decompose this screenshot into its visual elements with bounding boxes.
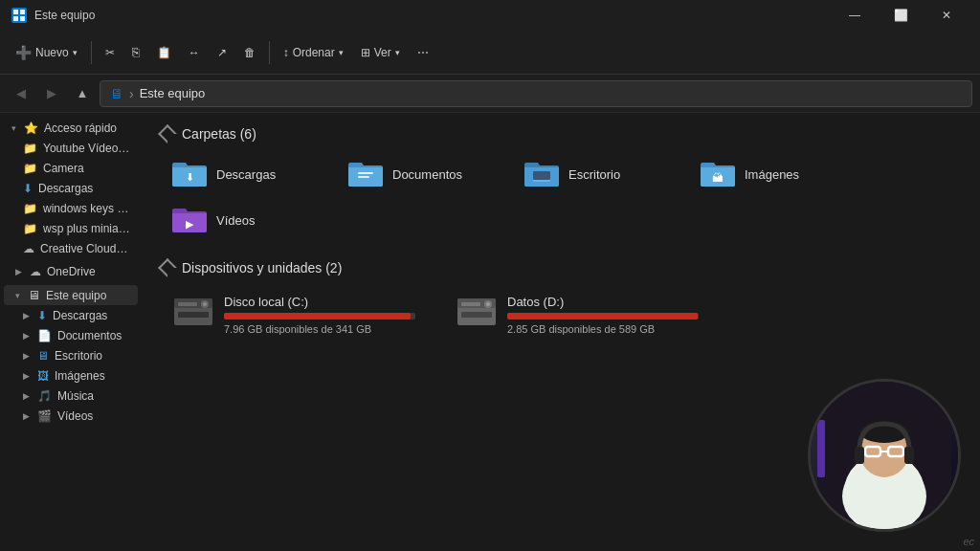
cut-icon: ✂	[105, 46, 115, 59]
view-button[interactable]: ⊞ Ver ▾	[353, 41, 408, 64]
sidebar-label-musica: Música	[57, 389, 94, 403]
forward-button[interactable]: ▶	[38, 80, 65, 107]
svg-rect-3	[20, 16, 25, 21]
folder-videos[interactable]: ▶ Vídeos	[161, 199, 333, 241]
devices-section: Dispositivos y unidades (2)	[161, 260, 961, 342]
share-button[interactable]: ↗	[210, 41, 234, 64]
sidebar-item-este-equipo[interactable]: ▾ 🖥 Este equipo	[4, 285, 138, 305]
devices-section-title: Dispositivos y unidades (2)	[161, 260, 961, 276]
view-icon: ⊞	[361, 46, 370, 59]
sort-button[interactable]: ↕ Ordenar ▾	[276, 41, 351, 64]
svg-text:⬇: ⬇	[186, 171, 194, 183]
sidebar-item-musica[interactable]: ▶ 🎵 Música	[4, 386, 138, 406]
sidebar-label-creative-cloud: Creative Cloud Files	[40, 242, 130, 255]
paste-icon: 📋	[157, 46, 171, 59]
folder-name-videos: Vídeos	[216, 213, 255, 228]
sidebar-label-este-equipo: Este equipo	[46, 289, 106, 302]
computer-icon: 🖥	[28, 288, 40, 302]
paste-button[interactable]: 📋	[149, 41, 179, 64]
folder-name-descargas: Descargas	[216, 167, 276, 182]
hdd-icon-c	[172, 295, 214, 329]
folder-descargas[interactable]: ⬇ Descargas	[161, 153, 333, 195]
back-button[interactable]: ◀	[8, 80, 34, 107]
sidebar-item-descargas[interactable]: ▶ ⬇ Descargas	[4, 306, 138, 325]
svg-rect-6	[358, 176, 369, 178]
folder-documentos[interactable]: Documentos	[337, 153, 509, 195]
new-label: Nuevo	[35, 46, 69, 59]
device-d-bar-bg	[507, 313, 699, 320]
minimize-button[interactable]: —	[833, 0, 877, 31]
folder-imagenes[interactable]: 🏔 Imágenes	[689, 153, 861, 195]
svg-rect-1	[20, 10, 25, 14]
svg-rect-0	[13, 10, 18, 14]
folder-icon-documentos	[346, 159, 385, 189]
sidebar-item-onedrive[interactable]: ▶ ☁ OneDrive	[4, 262, 138, 281]
sidebar-label-wsp: wsp plus miniatura	[43, 222, 130, 235]
view-arrow: ▾	[395, 48, 400, 57]
sidebar-item-descargas-quick[interactable]: ⬇ Descargas	[4, 179, 138, 198]
svg-rect-2	[13, 16, 18, 21]
delete-icon: 🗑	[244, 46, 256, 59]
star-icon: ⭐	[24, 121, 38, 135]
sort-icon: ↕	[283, 46, 289, 59]
close-button[interactable]: ✕	[924, 0, 969, 31]
more-button[interactable]: ⋯	[410, 41, 436, 64]
sidebar-item-escritorio[interactable]: ▶ 🖥 Escritorio	[4, 346, 138, 365]
device-d-storage-text: 2.85 GB disponibles de 589 GB	[507, 323, 701, 335]
folders-section: Carpetas (6) ⬇ Descargas	[161, 126, 961, 241]
folder-name-documentos: Documentos	[392, 167, 462, 182]
delete-button[interactable]: 🗑	[236, 41, 263, 64]
share-icon: ↗	[217, 46, 227, 59]
svg-rect-35	[904, 447, 914, 464]
folders-section-title: Carpetas (6)	[161, 126, 961, 142]
musica-expand: ▶	[23, 391, 30, 401]
videos-expand: ▶	[23, 411, 30, 421]
sidebar-item-videos[interactable]: ▶ 🎬 Vídeos	[4, 407, 138, 426]
device-d-drive[interactable]: Datos (D:) 2.85 GB disponibles de 589 GB	[444, 287, 712, 342]
svg-point-15	[203, 302, 207, 306]
rename-button[interactable]: ↔	[181, 41, 208, 64]
device-d-info: Datos (D:) 2.85 GB disponibles de 589 GB	[507, 295, 701, 335]
device-c-drive[interactable]: Disco local (C:) 7.96 GB disponibles de …	[161, 287, 429, 342]
webcam-overlay	[808, 379, 961, 532]
svg-rect-19	[461, 312, 492, 318]
up-button[interactable]: ▲	[69, 80, 96, 107]
sidebar-label-windows-keys: windows keys fan	[43, 202, 130, 215]
sidebar-item-windows-keys[interactable]: 📁 windows keys fan	[4, 199, 138, 218]
music-icon: 🎵	[37, 389, 52, 403]
address-bar: ◀ ▶ ▲ 🖥 › Este equipo	[0, 75, 980, 113]
toolbar-separator	[91, 41, 92, 64]
sidebar-item-creative-cloud[interactable]: ☁ Creative Cloud Files	[4, 239, 138, 258]
sidebar-label-descargas-quick: Descargas	[38, 182, 93, 195]
new-arrow: ▾	[73, 48, 78, 57]
este-equipo-expand: ▾	[15, 291, 20, 300]
path-text: ›	[129, 86, 134, 101]
new-button[interactable]: ➕ Nuevo ▾	[8, 40, 85, 65]
svg-text:▶: ▶	[186, 218, 194, 230]
folder-escritorio[interactable]: Escritorio	[513, 153, 685, 195]
folder-icon-youtube: 📁	[23, 142, 37, 155]
devices-grid: Disco local (C:) 7.96 GB disponibles de …	[161, 287, 961, 342]
address-input[interactable]: 🖥 › Este equipo	[100, 80, 972, 107]
onedrive-expand: ▶	[15, 267, 22, 276]
device-d-icon-container	[456, 295, 498, 329]
sidebar-label-descargas: Descargas	[53, 309, 107, 322]
copy-button[interactable]: ⎘	[124, 40, 147, 64]
svg-rect-8	[533, 171, 550, 180]
folder-name-imagenes: Imágenes	[745, 167, 799, 182]
sidebar-label-camera: Camera	[43, 162, 84, 175]
sidebar-item-documentos[interactable]: ▶ 📄 Documentos	[4, 326, 138, 345]
cut-button[interactable]: ✂	[98, 41, 122, 64]
sidebar-item-imagenes[interactable]: ▶ 🖼 Imágenes	[4, 366, 138, 386]
folder-icon-winkeys: 📁	[23, 202, 37, 215]
sidebar-item-youtube[interactable]: 📁 Youtube Vídeos 📌	[4, 139, 138, 158]
sidebar-quick-access[interactable]: ▾ ⭐ Acceso rápido	[4, 119, 138, 138]
watermark: ec	[963, 536, 974, 547]
sidebar-label-onedrive: OneDrive	[47, 265, 96, 278]
cloud-icon-cc: ☁	[23, 242, 34, 255]
sidebar-item-wsp[interactable]: 📁 wsp plus miniatura	[4, 219, 138, 238]
sort-arrow: ▾	[339, 48, 344, 57]
sidebar-item-camera[interactable]: 📁 Camera	[4, 159, 138, 178]
folder-icon-descargas: ⬇	[170, 159, 209, 189]
maximize-button[interactable]: ⬜	[879, 0, 923, 31]
